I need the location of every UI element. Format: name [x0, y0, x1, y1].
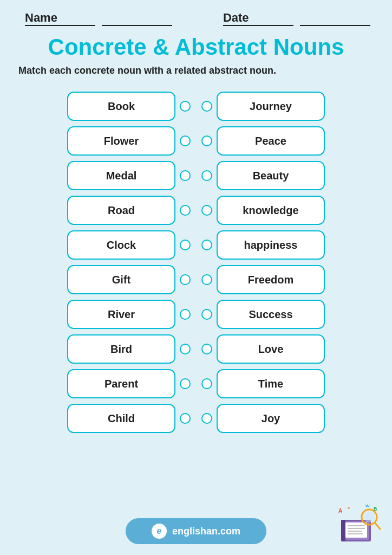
footer-logo: e — [152, 524, 167, 539]
footer-bar: e englishan.com — [126, 518, 266, 544]
right-noun-box[interactable]: Freedom — [217, 265, 325, 294]
right-noun-box[interactable]: happiness — [217, 230, 325, 260]
svg-rect-2 — [341, 520, 345, 541]
page-subtitle: Match each concrete noun with a related … — [16, 65, 376, 76]
left-connector-dot[interactable] — [180, 205, 191, 216]
left-connector-dot[interactable] — [180, 170, 191, 181]
left-noun-box[interactable]: Clock — [67, 230, 175, 260]
name-label: Name — [25, 11, 95, 26]
right-noun-row: Love — [201, 334, 325, 364]
name-field: Name — [22, 11, 172, 26]
left-noun-box[interactable]: Book — [67, 92, 175, 121]
matching-columns: BookFlowerMedalRoadClockGiftRiverBirdPar… — [16, 92, 376, 433]
svg-rect-3 — [345, 522, 367, 538]
right-noun-box[interactable]: Success — [217, 300, 325, 329]
left-noun-box[interactable]: Flower — [67, 126, 175, 156]
date-underline — [300, 11, 370, 26]
left-column: BookFlowerMedalRoadClockGiftRiverBirdPar… — [16, 92, 191, 433]
date-label: Date — [223, 11, 293, 26]
right-connector-dot[interactable] — [201, 378, 212, 389]
right-connector-dot[interactable] — [201, 170, 212, 181]
left-connector-dot[interactable] — [180, 309, 191, 320]
right-noun-box[interactable]: Time — [217, 369, 325, 398]
left-noun-row: Road — [67, 196, 191, 225]
left-noun-box[interactable]: Road — [67, 196, 175, 225]
right-noun-box[interactable]: Journey — [217, 92, 325, 121]
left-noun-row: Child — [67, 404, 191, 433]
right-connector-dot[interactable] — [201, 413, 212, 424]
left-noun-box[interactable]: Bird — [67, 334, 175, 364]
svg-text:A: A — [338, 508, 342, 514]
left-connector-dot[interactable] — [180, 344, 191, 354]
right-noun-row: knowledge — [201, 196, 325, 225]
left-noun-box[interactable]: Parent — [67, 369, 175, 398]
left-connector-dot[interactable] — [180, 378, 191, 389]
left-connector-dot[interactable] — [180, 240, 191, 250]
left-connector-dot[interactable] — [180, 101, 191, 112]
right-noun-row: Freedom — [201, 265, 325, 294]
decorative-illustration: A B W c — [336, 501, 384, 550]
page-title: Concrete & Abstract Nouns — [16, 35, 376, 60]
right-noun-row: happiness — [201, 230, 325, 260]
right-noun-box[interactable]: Joy — [217, 404, 325, 433]
left-noun-box[interactable]: Medal — [67, 161, 175, 190]
left-noun-row: River — [67, 300, 191, 329]
svg-point-9 — [364, 512, 375, 522]
right-connector-dot[interactable] — [201, 135, 212, 146]
name-underline — [102, 11, 172, 26]
left-noun-box[interactable]: Child — [67, 404, 175, 433]
right-noun-box[interactable]: knowledge — [217, 196, 325, 225]
right-noun-row: Beauty — [201, 161, 325, 190]
right-column: JourneyPeaceBeautyknowledgehappinessFree… — [201, 92, 376, 433]
left-connector-dot[interactable] — [180, 274, 191, 285]
date-field: Date — [220, 11, 370, 26]
right-connector-dot[interactable] — [201, 101, 212, 112]
footer-logo-letter: e — [157, 526, 162, 536]
left-connector-dot[interactable] — [180, 135, 191, 146]
svg-text:B: B — [374, 506, 377, 512]
right-noun-row: Time — [201, 369, 325, 398]
left-noun-row: Parent — [67, 369, 191, 398]
left-noun-row: Gift — [67, 265, 191, 294]
right-noun-box[interactable]: Peace — [217, 126, 325, 156]
left-connector-dot[interactable] — [180, 413, 191, 424]
left-noun-box[interactable]: Gift — [67, 265, 175, 294]
right-noun-row: Joy — [201, 404, 325, 433]
left-noun-row: Medal — [67, 161, 191, 190]
left-noun-row: Flower — [67, 126, 191, 156]
right-connector-dot[interactable] — [201, 309, 212, 320]
svg-line-10 — [375, 522, 380, 529]
footer-text: englishan.com — [172, 526, 240, 537]
svg-text:W: W — [365, 504, 370, 508]
right-connector-dot[interactable] — [201, 240, 212, 250]
right-noun-row: Peace — [201, 126, 325, 156]
left-noun-row: Clock — [67, 230, 191, 260]
left-noun-box[interactable]: River — [67, 300, 175, 329]
right-connector-dot[interactable] — [201, 274, 212, 285]
right-noun-row: Journey — [201, 92, 325, 121]
header: Name Date — [16, 11, 376, 26]
right-noun-row: Success — [201, 300, 325, 329]
right-connector-dot[interactable] — [201, 205, 212, 216]
left-noun-row: Book — [67, 92, 191, 121]
svg-text:c: c — [348, 505, 350, 510]
left-noun-row: Bird — [67, 334, 191, 364]
right-noun-box[interactable]: Beauty — [217, 161, 325, 190]
right-connector-dot[interactable] — [201, 344, 212, 354]
right-noun-box[interactable]: Love — [217, 334, 325, 364]
